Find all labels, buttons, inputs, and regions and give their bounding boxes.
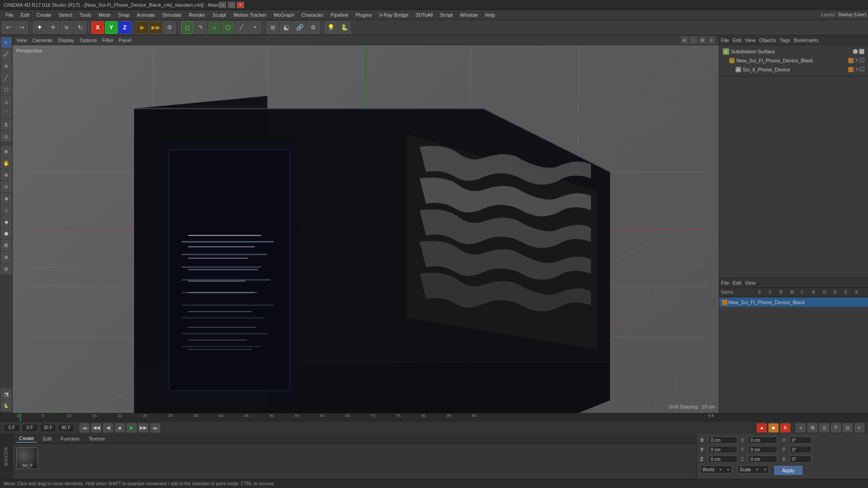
menu-help[interactable]: Help [481, 11, 499, 19]
viewport-options-menu[interactable]: Options [80, 38, 97, 43]
snap-button[interactable]: 🔗 [293, 21, 306, 34]
viewport-display-menu[interactable]: Display [58, 38, 74, 43]
menu-3dtoall[interactable]: 3DToAll [412, 11, 436, 19]
menu-window[interactable]: Window [456, 11, 481, 19]
render-settings-button[interactable]: ⚙ [163, 21, 176, 34]
menu-mograph[interactable]: MoGraph [270, 11, 298, 19]
obj-mat-ctrl[interactable] [848, 58, 854, 63]
viewport-view-menu[interactable]: View [16, 38, 27, 43]
record-button[interactable]: ● [757, 423, 767, 432]
x-size-field[interactable]: 0 cm [748, 436, 777, 444]
auto-key-button[interactable]: A [780, 423, 790, 432]
obj-lock[interactable]: ⚫ [860, 58, 864, 62]
mat-function-tab[interactable]: Function [58, 435, 82, 442]
timeline-settings-button[interactable]: ⊟ [843, 423, 853, 432]
scale-tool-button[interactable]: ⊞ [60, 21, 73, 34]
paint-tool[interactable]: 🖊 [1, 49, 12, 60]
obj-sci-fi-phone-device[interactable]: M Sci_fi_Phone_Device ✕ ⚫ [732, 65, 868, 74]
fcurve-button[interactable]: ◎ [819, 423, 829, 432]
menu-render[interactable]: Render [185, 11, 209, 19]
grid-button[interactable]: ⊞ [266, 21, 279, 34]
frame-ruler[interactable]: 0 5 10 15 20 25 30 35 40 45 50 55 60 65 … [0, 413, 868, 421]
obj-objects-menu[interactable]: Objects [759, 38, 776, 43]
rotate-tool-button[interactable]: ↻ [74, 21, 86, 34]
menu-edit[interactable]: Edit [17, 11, 33, 19]
brush-tool[interactable]: ≋ [1, 61, 12, 71]
obj-subdivision-surface[interactable]: S Subdivision Surface [719, 47, 868, 56]
edge-mode-button[interactable]: ╱ [235, 21, 248, 34]
prev-frame-button[interactable]: ◀◀ [91, 423, 101, 432]
redo-button[interactable]: ↪ [15, 21, 28, 34]
skip-start-button[interactable]: ⏮ [80, 423, 90, 432]
timeline-expand-button[interactable]: ≡ [854, 423, 864, 432]
obj-bookmarks-menu[interactable]: Bookmarks [794, 38, 819, 43]
python-tool[interactable]: 🐍 [1, 400, 12, 411]
obj-vis3[interactable]: ✕ [854, 58, 859, 62]
x-mode-button[interactable]: X [91, 21, 104, 34]
z-mode-button[interactable]: Z [118, 21, 131, 34]
edge-loop-tool[interactable]: $ [1, 119, 12, 130]
obj-lock2[interactable]: ⚫ [860, 67, 864, 71]
magnet-tool[interactable]: ⊕ [1, 146, 12, 157]
sculpt7-tool[interactable]: ⬟ [1, 228, 12, 239]
h-rot-field[interactable]: 0° [790, 436, 811, 444]
key-button[interactable]: ◆ [769, 423, 778, 432]
menu-sculpt[interactable]: Sculpt [209, 11, 230, 19]
sculpt3-tool[interactable]: ⊙ [1, 181, 12, 192]
menu-animate[interactable]: Animate [133, 11, 159, 19]
sculpt2-tool[interactable]: ⊗ [1, 169, 12, 180]
sculpt10-tool[interactable]: ⊜ [1, 263, 12, 274]
start-frame-field[interactable]: 0 F [22, 424, 38, 432]
menu-script[interactable]: Script [436, 11, 456, 19]
z-size-field[interactable]: 0 cm [748, 455, 777, 463]
selection-tool[interactable]: ↖ [1, 37, 12, 48]
live-select-button[interactable]: ✦ [33, 21, 46, 34]
attr-phone-device-row[interactable]: New_Sci_Fi_Phone_Device_Black [719, 298, 868, 307]
obj-phone-device-black[interactable]: L New_Sci_Fi_Phone_Device_Black ✕ ⚫ [726, 56, 868, 65]
sculpt6-tool[interactable]: ◆ [1, 216, 12, 227]
poly-mode-button[interactable]: ⬡ [222, 21, 234, 34]
viewport-3d[interactable]: X Y Perspective Grid Spacing : 10 cm [13, 45, 719, 413]
obj-file-menu[interactable]: File [721, 38, 729, 43]
snap-settings-button[interactable]: ⚙ [307, 21, 320, 34]
minimize-button[interactable]: — [219, 2, 226, 8]
sculpt9-tool[interactable]: ⊛ [1, 252, 12, 263]
menu-simulate[interactable]: Simulate [159, 11, 185, 19]
texture-paint-tool[interactable]: ⬔ [1, 389, 12, 399]
menu-plugins[interactable]: Plugins [352, 11, 375, 19]
b-rot-field[interactable]: 0° [790, 455, 811, 463]
close-button[interactable]: ✕ [237, 2, 244, 8]
menu-create[interactable]: Create [33, 11, 55, 19]
obj-view-menu[interactable]: View [745, 38, 756, 43]
viewport-settings-button[interactable]: ≡ [708, 37, 715, 44]
extrude-tool[interactable]: ⬡ [1, 84, 12, 95]
menu-select[interactable]: Select [55, 11, 76, 19]
skip-end-button[interactable]: ⏭ [150, 423, 160, 432]
move-tool-button[interactable]: ✛ [47, 21, 59, 34]
menu-pipeline[interactable]: Pipeline [327, 11, 352, 19]
preview-button[interactable]: P [831, 423, 841, 432]
obj-tags-menu[interactable]: Tags [780, 38, 790, 43]
point-mode-button[interactable]: • [249, 21, 261, 34]
y-mode-button[interactable]: Y [105, 21, 118, 34]
menu-file[interactable]: File [2, 11, 17, 19]
current-frame-display[interactable]: 0 F [4, 424, 20, 432]
obj-vis2[interactable] [859, 49, 864, 54]
apply-button[interactable]: Apply [774, 466, 802, 475]
obj-vis1[interactable] [853, 49, 858, 54]
render-view-button[interactable]: ▶▶ [150, 21, 162, 34]
maximize-button[interactable]: □ [228, 2, 235, 8]
x-position-field[interactable]: 0 cm [708, 436, 737, 444]
menu-motion-tracker[interactable]: Motion Tracker [230, 11, 270, 19]
mat-edit-tab[interactable]: Edit [40, 435, 54, 442]
attr-edit-menu[interactable]: Edit [733, 280, 741, 286]
knife-tool[interactable]: ╱ [1, 72, 12, 83]
sculpt5-tool[interactable]: ◇ [1, 205, 12, 216]
sci-fi-material-swatch[interactable]: Sci_fi [16, 447, 38, 469]
viewport-fullscreen-button[interactable]: ⊞ [699, 37, 706, 44]
undo-button[interactable]: ↩ [2, 21, 14, 34]
sculpt4-tool[interactable]: ◈ [1, 193, 12, 204]
attr-file-menu[interactable]: File [721, 280, 729, 286]
spline-tool[interactable]: ⌒ [1, 108, 12, 118]
workplane-button[interactable]: ⬕ [280, 21, 292, 34]
